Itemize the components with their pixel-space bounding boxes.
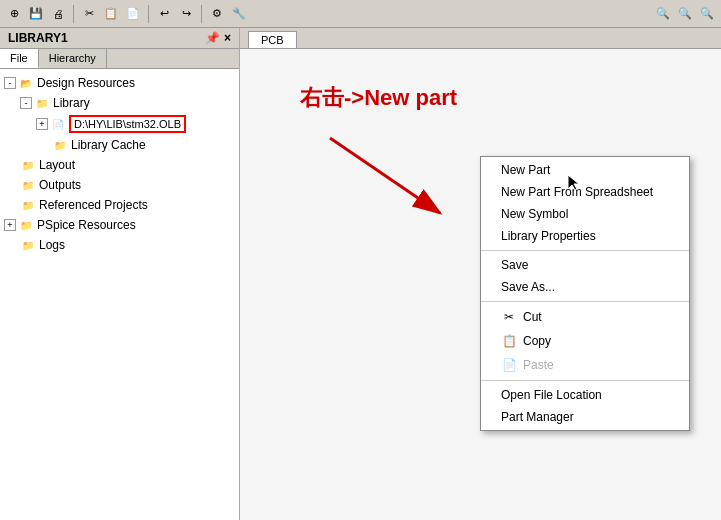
library-properties-label: Library Properties: [501, 229, 596, 243]
ctx-new-part-spreadsheet[interactable]: New Part From Spreadsheet: [481, 181, 689, 203]
open-file-location-label: Open File Location: [501, 388, 602, 402]
tree-item-logs[interactable]: 📁 Logs: [0, 235, 239, 255]
ctx-library-properties[interactable]: Library Properties: [481, 225, 689, 247]
ctx-cut[interactable]: ✂ Cut: [481, 305, 689, 329]
toolbar-btn-2[interactable]: 💾: [26, 4, 46, 24]
ctx-part-manager[interactable]: Part Manager: [481, 406, 689, 428]
folder-pspice-icon: 📁: [18, 217, 34, 233]
part-manager-label: Part Manager: [501, 410, 574, 424]
toolbar-btn-zoom2[interactable]: 🔍: [697, 4, 717, 24]
lib-file-label: D:\HY\LIB\stm32.OLB: [69, 115, 186, 133]
panel-title-text: LIBRARY1: [8, 31, 68, 45]
tree-item-referenced-projects[interactable]: 📁 Referenced Projects: [0, 195, 239, 215]
folder-cache-icon: 📁: [52, 137, 68, 153]
tree-area: - 📂 Design Resources - 📁 Library + 📄 D:\…: [0, 69, 239, 520]
folder-logs-icon: 📁: [20, 237, 36, 253]
toolbar: ⊕ 💾 🖨 ✂ 📋 📄 ↩ ↪ ⚙ 🔧 🔍 🔍 🔍: [0, 0, 721, 28]
tree-item-design-resources[interactable]: - 📂 Design Resources: [0, 73, 239, 93]
tree-item-pspice[interactable]: + 📁 PSpice Resources: [0, 215, 239, 235]
ctx-open-file-location[interactable]: Open File Location: [481, 384, 689, 406]
ctx-new-part[interactable]: New Part: [481, 159, 689, 181]
save-label: Save: [501, 258, 528, 272]
toolbar-btn-1[interactable]: ⊕: [4, 4, 24, 24]
ctx-paste: 📄 Paste: [481, 353, 689, 377]
folder-icon: 📁: [34, 95, 50, 111]
expand-pspice[interactable]: +: [4, 219, 16, 231]
lib-file-icon: 📄: [50, 116, 66, 132]
folder-outputs-icon: 📁: [20, 177, 36, 193]
toolbar-btn-cut[interactable]: ✂: [79, 4, 99, 24]
toolbar-btn-3[interactable]: 🖨: [48, 4, 68, 24]
panel-pin-btn[interactable]: 📌: [205, 31, 220, 45]
ctx-sep-3: [481, 380, 689, 381]
context-menu: New Part New Part From Spreadsheet New S…: [480, 156, 690, 431]
tree-item-layout[interactable]: 📁 Layout: [0, 155, 239, 175]
toolbar-btn-6[interactable]: 🔧: [229, 4, 249, 24]
new-symbol-label: New Symbol: [501, 207, 568, 221]
tab-file[interactable]: File: [0, 49, 39, 68]
toolbar-btn-zoom1[interactable]: 🔍: [675, 4, 695, 24]
folder-ref-icon: 📁: [20, 197, 36, 213]
tab-pcb[interactable]: PCB: [248, 31, 297, 48]
panel-tabs: File Hierarchy: [0, 49, 239, 69]
save-as-label: Save As...: [501, 280, 555, 294]
toolbar-btn-undo[interactable]: ↩: [154, 4, 174, 24]
tree-item-library-cache[interactable]: 📁 Library Cache: [0, 135, 239, 155]
panel-title: LIBRARY1 📌 ×: [0, 28, 239, 49]
toolbar-btn-copy[interactable]: 📋: [101, 4, 121, 24]
folder-layout-icon: 📁: [20, 157, 36, 173]
toolbar-btn-5[interactable]: ⚙: [207, 4, 227, 24]
tree-item-outputs[interactable]: 📁 Outputs: [0, 175, 239, 195]
toolbar-btn-paste[interactable]: 📄: [123, 4, 143, 24]
ctx-new-symbol[interactable]: New Symbol: [481, 203, 689, 225]
new-part-spreadsheet-label: New Part From Spreadsheet: [501, 185, 653, 199]
paste-label: Paste: [523, 358, 554, 372]
left-panel: LIBRARY1 📌 × File Hierarchy - 📂 Design R…: [0, 28, 240, 520]
toolbar-btn-redo[interactable]: ↪: [176, 4, 196, 24]
tab-hierarchy[interactable]: Hierarchy: [39, 49, 107, 68]
ctx-sep-1: [481, 250, 689, 251]
ctx-save[interactable]: Save: [481, 254, 689, 276]
expand-design-resources[interactable]: -: [4, 77, 16, 89]
copy-label: Copy: [523, 334, 551, 348]
expand-library[interactable]: -: [20, 97, 32, 109]
new-part-label: New Part: [501, 163, 550, 177]
annotation-text: 右击->New part: [300, 83, 457, 113]
tree-item-library[interactable]: - 📁 Library: [0, 93, 239, 113]
folder-open-icon: 📂: [18, 75, 34, 91]
arrow-svg: [270, 128, 490, 258]
ctx-save-as[interactable]: Save As...: [481, 276, 689, 298]
svg-line-1: [330, 138, 440, 213]
right-tab-bar: PCB: [240, 28, 721, 49]
right-panel: PCB 右击->New part New Part New Part From …: [240, 28, 721, 520]
main-area: LIBRARY1 📌 × File Hierarchy - 📂 Design R…: [0, 28, 721, 520]
toolbar-btn-search[interactable]: 🔍: [653, 4, 673, 24]
ctx-copy[interactable]: 📋 Copy: [481, 329, 689, 353]
cut-icon: ✂: [501, 309, 517, 325]
tree-item-lib-file[interactable]: + 📄 D:\HY\LIB\stm32.OLB: [0, 113, 239, 135]
paste-icon: 📄: [501, 357, 517, 373]
panel-close-btn[interactable]: ×: [224, 31, 231, 45]
cut-label: Cut: [523, 310, 542, 324]
expand-lib-file[interactable]: +: [36, 118, 48, 130]
copy-icon: 📋: [501, 333, 517, 349]
ctx-sep-2: [481, 301, 689, 302]
